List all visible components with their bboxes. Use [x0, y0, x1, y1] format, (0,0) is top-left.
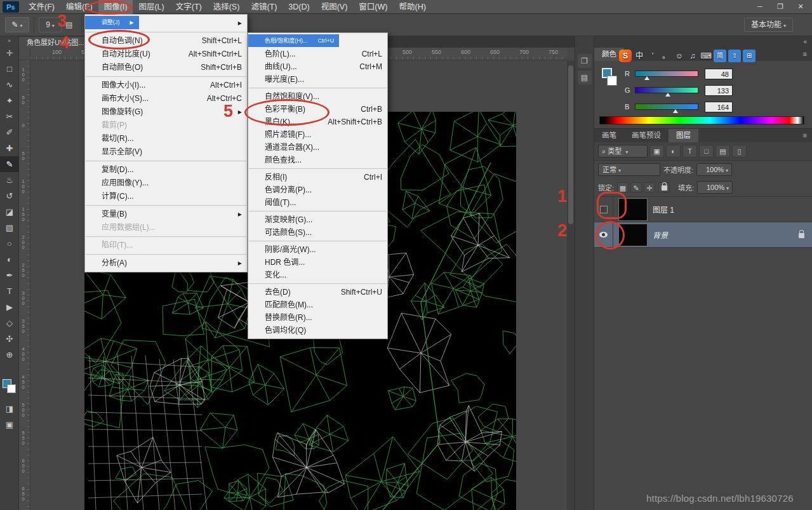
tab-brush-presets[interactable]: 画笔预设 [624, 129, 669, 142]
menubar-item-帮助(H)[interactable]: 帮助(H) [393, 0, 431, 14]
menu-item-HDR 色调...[interactable]: HDR 色调... [248, 256, 387, 269]
healing-brush-tool[interactable]: ✚ [0, 140, 19, 156]
channel-slider[interactable] [635, 70, 698, 77]
menu-item-色相/饱和度(H)...[interactable]: 色相/饱和度(H)...Ctrl+U [248, 34, 339, 47]
menu-item-通道混合器(X)...[interactable]: 通道混合器(X)... [248, 141, 387, 154]
filter-icon-2[interactable]: T [682, 145, 697, 158]
menu-item-自然饱和度(V)...[interactable]: 自然饱和度(V)... [248, 90, 387, 103]
menu-item-曝光度(E)...[interactable]: 曝光度(E)... [248, 73, 387, 86]
ime-icon-2[interactable]: ’ [647, 50, 658, 62]
menu-item-图像大小(I)...[interactable]: 图像大小(I)...Alt+Ctrl+I [85, 79, 247, 92]
tab-layers[interactable]: 图层 [669, 129, 698, 142]
menu-item-黑白(K)...[interactable]: 黑白(K)...Alt+Shift+Ctrl+B [248, 116, 387, 128]
move-tool[interactable]: ✛ [0, 45, 19, 61]
layer-row[interactable]: 图层 1 [594, 197, 812, 222]
menu-item-阴影/高光(W)...[interactable]: 阴影/高光(W)... [248, 243, 387, 256]
menu-item-色彩平衡(B)[interactable]: 色彩平衡(B)Ctrl+B [248, 103, 387, 116]
menu-item-复制(D)...[interactable]: 复制(D)... [85, 163, 247, 177]
channel-slider[interactable] [635, 87, 698, 93]
gradient-tool[interactable]: ▧ [0, 220, 19, 236]
shape-tool[interactable]: ◇ [0, 315, 19, 331]
background-color-swatch[interactable] [7, 384, 16, 393]
menu-item-匹配颜色(M)...[interactable]: 匹配颜色(M)... [248, 299, 387, 311]
menu-item-裁切(R)...[interactable]: 裁切(R)... [85, 132, 247, 145]
menubar-item-文件(F)[interactable]: 文件(F) [23, 0, 60, 14]
menu-item-显示全部(V)[interactable]: 显示全部(V) [85, 145, 247, 159]
filter-icon-5[interactable]: ▯ [732, 145, 747, 158]
menu-item-反相(I)[interactable]: 反相(I)Ctrl+I [248, 171, 387, 184]
ime-icon-6[interactable]: ⌨ [700, 50, 712, 62]
collapsed-panel-history-icon[interactable]: ❐ [578, 54, 592, 68]
pen-tool[interactable]: ✒ [0, 267, 19, 283]
menu-item-照片滤镜(F)...[interactable]: 照片滤镜(F)... [248, 128, 387, 141]
menu-item-色阶(L)...[interactable]: 色阶(L)...Ctrl+L [248, 48, 387, 60]
scrollbar-thumb[interactable] [568, 65, 573, 224]
menu-item-自动色调(N)[interactable]: 自动色调(N)Shift+Ctrl+L [85, 34, 247, 48]
path-select-tool[interactable]: ▶ [0, 299, 19, 315]
lock-icon-0[interactable]: ▦ [617, 182, 629, 192]
menubar-item-视图(V)[interactable]: 视图(V) [316, 0, 354, 14]
channel-value[interactable]: 164 [705, 102, 733, 112]
menu-item-可选颜色(S)...[interactable]: 可选颜色(S)... [248, 226, 387, 239]
menubar-item-3D(D)[interactable]: 3D(D) [283, 0, 315, 14]
ime-icon-5[interactable]: ♫ [687, 50, 698, 62]
panel-menu-icon[interactable]: ≡ [798, 48, 812, 61]
filter-icon-0[interactable]: ▣ [649, 145, 664, 158]
slider-thumb[interactable] [665, 93, 670, 97]
zoom-tool[interactable]: ⊕ [0, 347, 19, 363]
quick-mask-button[interactable]: ◨ [0, 401, 19, 417]
crop-tool[interactable]: ✂ [0, 109, 19, 124]
menu-item-颜色查找...[interactable]: 颜色查找... [248, 154, 387, 166]
lasso-tool[interactable]: ∿ [0, 77, 19, 93]
menu-item-色调均化(Q)[interactable]: 色调均化(Q) [248, 324, 387, 337]
layer-fill-field[interactable]: 100% [697, 181, 733, 194]
channel-slider[interactable] [635, 104, 698, 110]
ime-icon-8[interactable]: ⇧ [728, 50, 741, 62]
menu-item-画布大小(S)...[interactable]: 画布大小(S)...Alt+Ctrl+C [85, 92, 247, 105]
ime-icon-0[interactable]: S [619, 50, 632, 62]
workspace-switcher[interactable]: 基本功能 [744, 18, 793, 32]
menubar-item-图层(L)[interactable]: 图层(L) [133, 0, 170, 14]
screen-mode-button[interactable]: ▣ [0, 417, 19, 433]
collapsed-panel-properties-icon[interactable]: ▤ [578, 70, 592, 84]
menu-item-调整(J)[interactable]: 调整(J)▶ [85, 16, 139, 29]
filter-icon-3[interactable]: □ [699, 145, 714, 158]
document-tab[interactable]: 角色展好UV贴图... [19, 37, 92, 48]
color-spectrum-ramp[interactable] [599, 116, 804, 124]
active-tool-preset[interactable]: ✎ [5, 17, 29, 32]
visibility-toggle[interactable] [594, 222, 613, 247]
slider-thumb[interactable] [673, 109, 678, 113]
menubar-item-文字(T)[interactable]: 文字(T) [170, 0, 208, 14]
menubar-item-窗口(W)[interactable]: 窗口(W) [353, 0, 393, 14]
ime-icon-1[interactable]: 中 [634, 50, 645, 62]
blend-mode-select[interactable]: 正常 [598, 163, 660, 176]
hand-tool[interactable]: ✣ [0, 331, 19, 347]
menu-item-变量(B)[interactable]: 变量(B)▶ [85, 208, 247, 221]
brush-tool[interactable]: ✎ [0, 156, 19, 172]
eraser-tool[interactable]: ◪ [0, 204, 19, 220]
type-tool[interactable]: T [0, 283, 19, 299]
lock-icon-2[interactable]: ✛ [644, 182, 655, 192]
channel-value[interactable]: 133 [705, 85, 733, 96]
menu-item-自动颜色(O)[interactable]: 自动颜色(O)Shift+Ctrl+B [85, 61, 247, 74]
menu-item-变化...[interactable]: 变化... [248, 269, 387, 281]
ime-icon-7[interactable]: 简 [714, 50, 726, 62]
quick-select-tool[interactable]: ✦ [0, 93, 19, 109]
dock-collapse-icon[interactable]: « [594, 36, 812, 48]
ime-icon-9[interactable]: ⊞ [743, 50, 755, 62]
vertical-scrollbar[interactable] [567, 60, 575, 510]
ime-icon-3[interactable]: 。 [660, 50, 672, 62]
lock-all-icon[interactable] [658, 182, 670, 192]
visibility-toggle[interactable] [594, 197, 613, 222]
menu-item-阈值(T)...[interactable]: 阈值(T)... [248, 196, 387, 209]
slider-thumb[interactable] [644, 76, 649, 80]
restore-button[interactable]: ❐ [770, 0, 790, 13]
tab-brush[interactable]: 画笔 [594, 129, 624, 142]
history-brush-tool[interactable]: ↺ [0, 188, 19, 204]
panel-menu-icon[interactable]: ≡ [798, 129, 812, 142]
dodge-tool[interactable]: ◐ [0, 252, 19, 267]
clone-stamp-tool[interactable]: ♨ [0, 172, 19, 188]
menu-item-分析(A)[interactable]: 分析(A)▶ [85, 257, 247, 270]
close-button[interactable]: ✕ [790, 0, 811, 13]
blur-tool[interactable]: ○ [0, 236, 19, 252]
